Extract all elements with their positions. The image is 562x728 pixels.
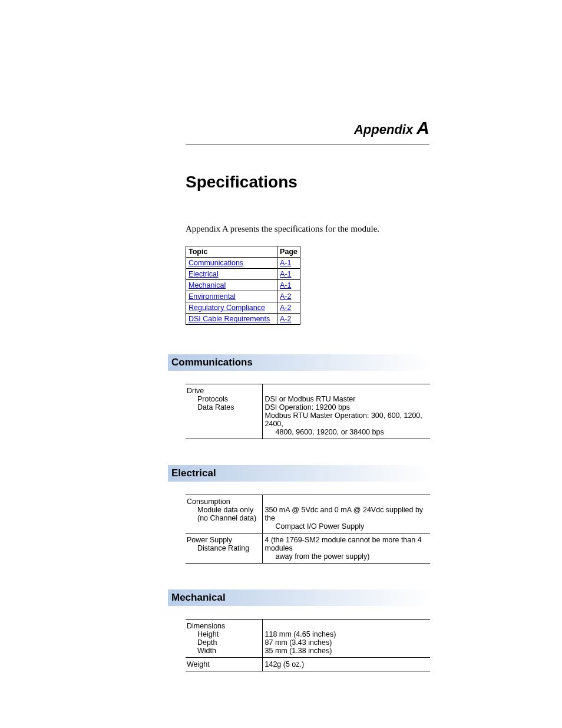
page-link[interactable]: A-1 <box>280 270 291 278</box>
val-modbus-op2: 4800, 9600, 19200, or 38400 bps <box>265 428 429 436</box>
page-title: Specifications <box>186 173 429 192</box>
topic-header-topic: Topic <box>186 246 277 258</box>
table-row: Mechanical A-1 <box>186 280 300 291</box>
topic-link-environmental[interactable]: Environmental <box>189 292 236 301</box>
page-link[interactable]: A-2 <box>280 292 291 301</box>
val-height: 118 mm (4.65 inches) <box>265 630 336 638</box>
val-ps-dist: 4 (the 1769-SM2 module cannot be more th… <box>265 536 422 552</box>
topic-header-page: Page <box>277 246 300 258</box>
electrical-table: Consumption Module data only (no Channel… <box>186 495 430 564</box>
appendix-header: Appendix A <box>186 118 429 144</box>
section-heading-communications: Communications <box>168 354 429 371</box>
val-protocols: DSI or Modbus RTU Master <box>265 395 356 403</box>
table-row: Environmental A-2 <box>186 291 300 302</box>
val-ps-dist2: away from the power supply) <box>265 552 429 561</box>
topic-table: Topic Page Communications A-1 Electrical… <box>186 246 300 325</box>
label-height: Height <box>187 630 260 638</box>
communications-table: Drive Protocols Data Rates DSI or Modbus… <box>186 384 430 439</box>
section-heading-electrical: Electrical <box>168 465 429 482</box>
label-power-supply: Power Supply <box>187 536 232 544</box>
label-weight: Weight <box>187 660 210 668</box>
topic-link-mechanical[interactable]: Mechanical <box>189 281 226 289</box>
val-modbus-op: Modbus RTU Master Operation: 300, 600, 1… <box>265 411 422 428</box>
val-dsi-op: DSI Operation: 19200 bps <box>265 403 351 411</box>
topic-link-communications[interactable]: Communications <box>189 259 243 267</box>
label-no-channel: (no Channel data) <box>187 514 260 522</box>
val-width: 35 mm (1.38 inches) <box>265 647 332 655</box>
table-row: Electrical A-1 <box>186 269 300 280</box>
table-row: Regulatory Compliance A-2 <box>186 302 300 314</box>
page-link[interactable]: A-1 <box>280 281 291 289</box>
label-consumption: Consumption <box>187 498 230 506</box>
page-link[interactable]: A-2 <box>280 304 291 312</box>
page-link[interactable]: A-1 <box>280 259 291 267</box>
page-link[interactable]: A-2 <box>280 315 291 323</box>
label-distance-rating: Distance Rating <box>187 544 260 552</box>
table-row: Communications A-1 <box>186 258 300 269</box>
appendix-label: Appendix <box>354 122 413 137</box>
label-width: Width <box>187 647 260 655</box>
label-drive: Drive <box>187 387 204 395</box>
val-depth: 87 mm (3.43 inches) <box>265 638 332 647</box>
label-depth: Depth <box>187 638 260 647</box>
topic-link-electrical[interactable]: Electrical <box>189 270 219 278</box>
mechanical-table: Dimensions Height Depth Width 118 mm (4.… <box>186 619 430 671</box>
label-data-rates: Data Rates <box>187 403 260 411</box>
val-weight: 142g (5 oz.) <box>265 660 305 668</box>
topic-link-regulatory[interactable]: Regulatory Compliance <box>189 304 265 312</box>
val-consumption: 350 mA @ 5Vdc and 0 mA @ 24Vdc supplied … <box>265 506 424 522</box>
label-dimensions: Dimensions <box>187 622 225 630</box>
appendix-letter: A <box>416 118 429 137</box>
topic-link-dsi-cable[interactable]: DSI Cable Requirements <box>189 315 270 323</box>
val-consumption2: Compact I/O Power Supply <box>265 522 429 531</box>
table-row: DSI Cable Requirements A-2 <box>186 314 300 325</box>
section-heading-mechanical: Mechanical <box>168 589 429 606</box>
intro-text: Appendix A presents the specifications f… <box>186 224 429 234</box>
label-protocols: Protocols <box>187 395 260 403</box>
label-module-data: Module data only <box>187 506 260 514</box>
